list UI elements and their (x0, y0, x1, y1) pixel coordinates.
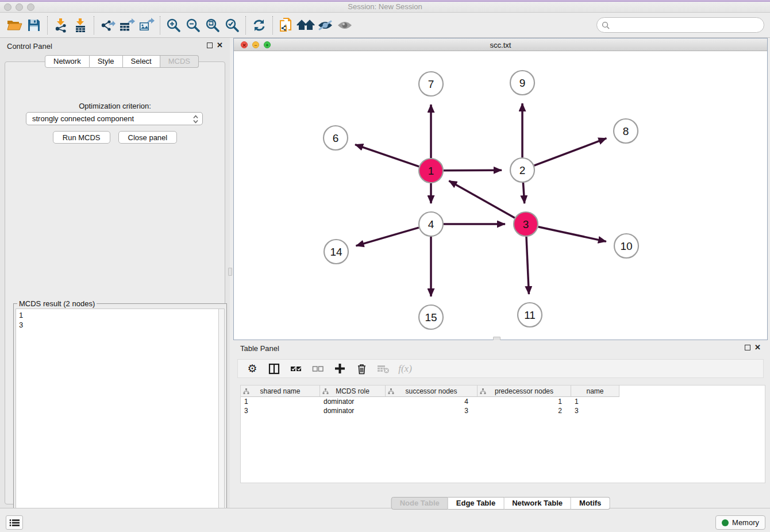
eye-icon (337, 19, 353, 32)
column-header-name[interactable]: name (571, 385, 619, 397)
criterion-dropdown[interactable]: strongly connected component (26, 112, 203, 125)
table-row[interactable]: 1dominator411 (241, 397, 765, 406)
refresh-view-button[interactable] (249, 15, 269, 36)
graph-edge-2-3[interactable] (523, 183, 524, 203)
memory-button-label: Memory (732, 518, 759, 527)
graph-node-7[interactable]: 7 (419, 72, 443, 96)
close-table-panel-icon[interactable]: ✕ (754, 343, 761, 352)
graph-edge-1-2[interactable] (444, 170, 502, 171)
graph-edge-3-1[interactable] (449, 181, 514, 218)
home-neighbors-icon (297, 18, 315, 32)
graph-edge-4-14[interactable] (356, 228, 419, 246)
graph-node-3[interactable]: 3 (514, 212, 538, 236)
column-header-label: name (586, 387, 603, 395)
table-settings-button[interactable]: ⚙ (244, 361, 261, 377)
export-image-icon (138, 18, 155, 33)
tab-mcds[interactable]: MCDS (160, 55, 199, 68)
main-toolbar (0, 13, 770, 38)
network-canvas[interactable]: 7968124314101511 (234, 51, 767, 340)
column-tree-icon (480, 388, 486, 395)
float-table-panel-icon[interactable] (745, 345, 750, 350)
open-folder-icon (7, 18, 22, 32)
toolbar-separator (47, 16, 48, 34)
run-mcds-button[interactable]: Run MCDS (53, 131, 110, 144)
tab-edge-table[interactable]: Edge Table (448, 497, 504, 510)
table-row[interactable]: 3dominator323 (241, 406, 765, 415)
column-tree-icon (243, 388, 249, 395)
graph-node-9[interactable]: 9 (510, 71, 534, 95)
import-network-button[interactable] (51, 15, 71, 36)
graph-node-10[interactable]: 10 (614, 234, 638, 258)
graph-node-6[interactable]: 6 (324, 126, 348, 150)
graph-edge-2-8[interactable] (534, 138, 607, 166)
column-header-successor-nodes[interactable]: successor nodes (386, 385, 478, 397)
zoom-fit-button[interactable] (203, 15, 222, 36)
new-network-from-selection-icon (278, 17, 294, 33)
hide-selected-button[interactable] (315, 15, 335, 36)
export-network-button[interactable] (98, 15, 117, 36)
node-table[interactable]: shared nameMCDS rolesuccessor nodesprede… (240, 385, 765, 483)
tab-network-table[interactable]: Network Table (504, 497, 571, 510)
delete-table-button[interactable] (375, 361, 392, 377)
import-table-button[interactable] (71, 15, 90, 36)
export-table-icon (119, 18, 135, 33)
graph-node-2[interactable]: 2 (510, 158, 534, 182)
table-panel-title: Table Panel (240, 344, 279, 353)
show-all-button[interactable] (335, 15, 355, 36)
close-panel-button[interactable]: Close panel (118, 131, 178, 144)
graph-node-label: 6 (333, 132, 339, 144)
function-builder-button[interactable]: f(x) (396, 361, 414, 377)
tab-network[interactable]: Network (45, 55, 90, 68)
column-header-predecessor-nodes[interactable]: predecessor nodes (478, 385, 571, 397)
graph-edge-1-6[interactable] (355, 145, 419, 167)
graph-edge-3-11[interactable] (526, 237, 529, 294)
network-window-titlebar[interactable]: ✕ − + scc.txt (234, 38, 767, 51)
mcds-result-text[interactable]: 13 (16, 309, 218, 521)
zoom-selected-icon (225, 18, 240, 33)
create-column-button[interactable] (331, 361, 348, 377)
save-session-button[interactable] (24, 15, 44, 36)
zoom-selected-button[interactable] (222, 15, 242, 36)
graph-node-label: 1 (428, 165, 434, 177)
close-panel-icon[interactable]: ✕ (217, 41, 223, 49)
import-network-icon (53, 18, 68, 33)
control-panel: Control Panel ✕ Optimization criterion: … (0, 38, 230, 508)
float-panel-icon[interactable] (207, 43, 213, 48)
task-history-button[interactable] (6, 515, 23, 530)
graph-node-1[interactable]: 1 (419, 159, 443, 183)
column-header-mcds-role[interactable]: MCDS role (320, 385, 386, 397)
memory-status-icon (722, 519, 729, 526)
zoom-out-button[interactable] (183, 15, 203, 36)
graph-node-4[interactable]: 4 (419, 212, 443, 236)
export-image-button[interactable] (137, 15, 156, 36)
column-header-label: successor nodes (405, 387, 457, 395)
tab-style[interactable]: Style (90, 55, 123, 68)
select-all-button[interactable] (287, 361, 305, 377)
graph-node-14[interactable]: 14 (324, 240, 348, 264)
column-header-shared-name[interactable]: shared name (241, 385, 320, 397)
column-chooser-button[interactable] (265, 361, 283, 377)
search-field[interactable] (596, 17, 764, 33)
deselect-all-button[interactable] (309, 361, 326, 377)
mcds-result-scrollbar[interactable] (218, 309, 225, 521)
vertical-splitter-grip[interactable] (228, 268, 232, 276)
tab-motifs[interactable]: Motifs (571, 497, 610, 510)
graph-node-15[interactable]: 15 (419, 305, 443, 329)
graph-node-8[interactable]: 8 (614, 119, 638, 143)
tab-select[interactable]: Select (123, 55, 160, 68)
new-network-from-selection-button[interactable] (276, 15, 296, 36)
mcds-result-line: 3 (19, 320, 215, 330)
first-neighbors-button[interactable] (296, 15, 315, 36)
network-graph[interactable]: 7968124314101511 (234, 51, 767, 340)
control-panel-tabs: NetworkStyleSelectMCDS (45, 55, 199, 68)
open-session-button[interactable] (5, 15, 24, 36)
tab-node-table[interactable]: Node Table (391, 497, 448, 510)
graph-node-11[interactable]: 11 (518, 303, 542, 327)
export-table-button[interactable] (117, 15, 137, 36)
toolbar-separator (160, 16, 160, 34)
zoom-in-button[interactable] (164, 15, 183, 36)
delete-column-button[interactable] (353, 361, 370, 377)
memory-button[interactable]: Memory (715, 515, 765, 530)
graph-edge-3-10[interactable] (538, 227, 606, 242)
search-input[interactable] (612, 21, 764, 29)
